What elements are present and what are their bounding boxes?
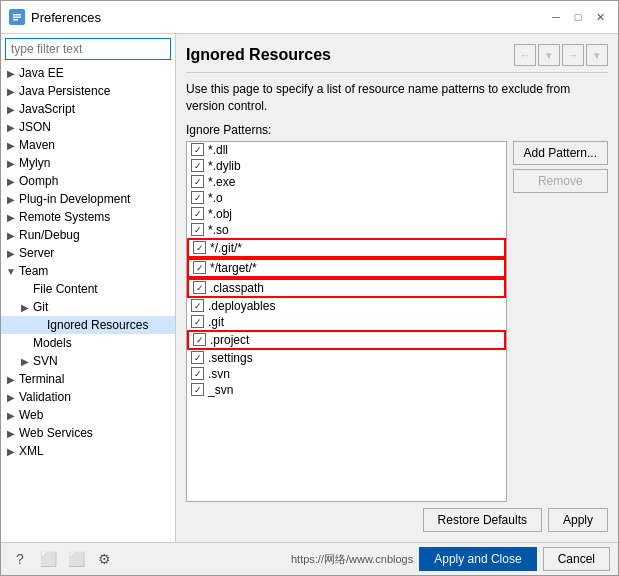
bottom-bar: Restore Defaults Apply (186, 502, 608, 532)
sidebar-item-run-debug[interactable]: ▶Run/Debug (1, 226, 175, 244)
sidebar-item-label-json: JSON (19, 120, 51, 134)
sidebar-item-label-oomph: Oomph (19, 174, 58, 188)
apply-and-close-button[interactable]: Apply and Close (419, 547, 536, 571)
tree-arrow-team: ▼ (5, 266, 17, 277)
sidebar-item-remote-systems[interactable]: ▶Remote Systems (1, 208, 175, 226)
pattern-item-6[interactable]: */.git/* (187, 238, 506, 258)
sidebar-item-javascript[interactable]: ▶JavaScript (1, 100, 175, 118)
pattern-item-4[interactable]: *.obj (187, 206, 506, 222)
sidebar-item-label-plugin-development: Plug-in Development (19, 192, 130, 206)
pattern-checkbox-2[interactable] (191, 175, 204, 188)
add-pattern-button[interactable]: Add Pattern... (513, 141, 608, 165)
pattern-checkbox-13[interactable] (191, 367, 204, 380)
sidebar-item-label-xml: XML (19, 444, 44, 458)
pattern-text-2: *.exe (208, 175, 235, 189)
pattern-checkbox-8[interactable] (193, 281, 206, 294)
remove-button[interactable]: Remove (513, 169, 608, 193)
sidebar-item-team[interactable]: ▼Team (1, 262, 175, 280)
apply-button[interactable]: Apply (548, 508, 608, 532)
tree-arrow-plugin-development: ▶ (5, 194, 17, 205)
sidebar-item-json[interactable]: ▶JSON (1, 118, 175, 136)
pattern-item-5[interactable]: *.so (187, 222, 506, 238)
tree-arrow-terminal: ▶ (5, 374, 17, 385)
sidebar-item-validation[interactable]: ▶Validation (1, 388, 175, 406)
tree-arrow-java-persistence: ▶ (5, 86, 17, 97)
pattern-item-13[interactable]: .svn (187, 366, 506, 382)
nav-forward-dropdown[interactable]: ▾ (586, 44, 608, 66)
pattern-checkbox-0[interactable] (191, 143, 204, 156)
pattern-checkbox-4[interactable] (191, 207, 204, 220)
pattern-text-13: .svn (208, 367, 230, 381)
restore-defaults-button[interactable]: Restore Defaults (423, 508, 542, 532)
sidebar-item-label-java-ee: Java EE (19, 66, 64, 80)
patterns-list[interactable]: *.dll*.dylib*.exe*.o*.obj*.so*/.git/**/t… (186, 141, 507, 502)
sidebar-item-label-web: Web (19, 408, 43, 422)
pattern-checkbox-12[interactable] (191, 351, 204, 364)
pattern-text-9: .deployables (208, 299, 275, 313)
pattern-checkbox-5[interactable] (191, 223, 204, 236)
sidebar-item-file-content[interactable]: File Content (1, 280, 175, 298)
sidebar-item-web-services[interactable]: ▶Web Services (1, 424, 175, 442)
settings-icon[interactable]: ⚙ (93, 548, 115, 570)
nav-back-dropdown[interactable]: ▾ (538, 44, 560, 66)
sidebar-item-git[interactable]: ▶Git (1, 298, 175, 316)
pattern-text-14: _svn (208, 383, 233, 397)
maximize-button[interactable]: □ (568, 7, 588, 27)
pattern-checkbox-1[interactable] (191, 159, 204, 172)
sidebar-item-java-ee[interactable]: ▶Java EE (1, 64, 175, 82)
sidebar-item-label-javascript: JavaScript (19, 102, 75, 116)
preferences-window: Preferences ─ □ ✕ ▶Java EE▶Java Persiste… (0, 0, 619, 576)
sidebar-item-java-persistence[interactable]: ▶Java Persistence (1, 82, 175, 100)
search-input[interactable] (5, 38, 171, 60)
minimize-button[interactable]: ─ (546, 7, 566, 27)
pattern-item-9[interactable]: .deployables (187, 298, 506, 314)
sidebar-item-svn[interactable]: ▶SVN (1, 352, 175, 370)
import-icon[interactable]: ⬜ (37, 548, 59, 570)
export-icon[interactable]: ⬜ (65, 548, 87, 570)
sidebar-item-terminal[interactable]: ▶Terminal (1, 370, 175, 388)
sidebar-item-web[interactable]: ▶Web (1, 406, 175, 424)
sidebar-item-models[interactable]: Models (1, 334, 175, 352)
pattern-checkbox-3[interactable] (191, 191, 204, 204)
pattern-item-7[interactable]: */target/* (187, 258, 506, 278)
sidebar-item-ignored-resources[interactable]: Ignored Resources (1, 316, 175, 334)
sidebar-item-maven[interactable]: ▶Maven (1, 136, 175, 154)
pattern-item-2[interactable]: *.exe (187, 174, 506, 190)
close-button[interactable]: ✕ (590, 7, 610, 27)
pattern-item-1[interactable]: *.dylib (187, 158, 506, 174)
pattern-checkbox-10[interactable] (191, 315, 204, 328)
pattern-item-8[interactable]: .classpath (187, 278, 506, 298)
pattern-checkbox-14[interactable] (191, 383, 204, 396)
sidebar-item-plugin-development[interactable]: ▶Plug-in Development (1, 190, 175, 208)
nav-back-button[interactable]: ← (514, 44, 536, 66)
help-icon[interactable]: ? (9, 548, 31, 570)
sidebar-item-oomph[interactable]: ▶Oomph (1, 172, 175, 190)
pattern-checkbox-11[interactable] (193, 333, 206, 346)
tree-arrow-mylyn: ▶ (5, 158, 17, 169)
pattern-item-11[interactable]: .project (187, 330, 506, 350)
sidebar-item-mylyn[interactable]: ▶Mylyn (1, 154, 175, 172)
sidebar-item-xml[interactable]: ▶XML (1, 442, 175, 460)
nav-forward-button[interactable]: → (562, 44, 584, 66)
pattern-checkbox-6[interactable] (193, 241, 206, 254)
tree-arrow-maven: ▶ (5, 140, 17, 151)
pattern-item-12[interactable]: .settings (187, 350, 506, 366)
pattern-item-3[interactable]: *.o (187, 190, 506, 206)
pattern-checkbox-7[interactable] (193, 261, 206, 274)
pattern-item-14[interactable]: _svn (187, 382, 506, 398)
sidebar-item-label-run-debug: Run/Debug (19, 228, 80, 242)
pattern-checkbox-9[interactable] (191, 299, 204, 312)
tree-arrow-java-ee: ▶ (5, 68, 17, 79)
sidebar-item-label-maven: Maven (19, 138, 55, 152)
tree-arrow-oomph: ▶ (5, 176, 17, 187)
sidebar-item-label-terminal: Terminal (19, 372, 64, 386)
pattern-text-0: *.dll (208, 143, 228, 157)
window-controls: ─ □ ✕ (546, 7, 610, 27)
pattern-item-10[interactable]: .git (187, 314, 506, 330)
sidebar-item-server[interactable]: ▶Server (1, 244, 175, 262)
cancel-button[interactable]: Cancel (543, 547, 610, 571)
panel-description: Use this page to specify a list of resou… (186, 81, 608, 115)
pattern-text-10: .git (208, 315, 224, 329)
tree-area[interactable]: ▶Java EE▶Java Persistence▶JavaScript▶JSO… (1, 64, 175, 542)
pattern-item-0[interactable]: *.dll (187, 142, 506, 158)
